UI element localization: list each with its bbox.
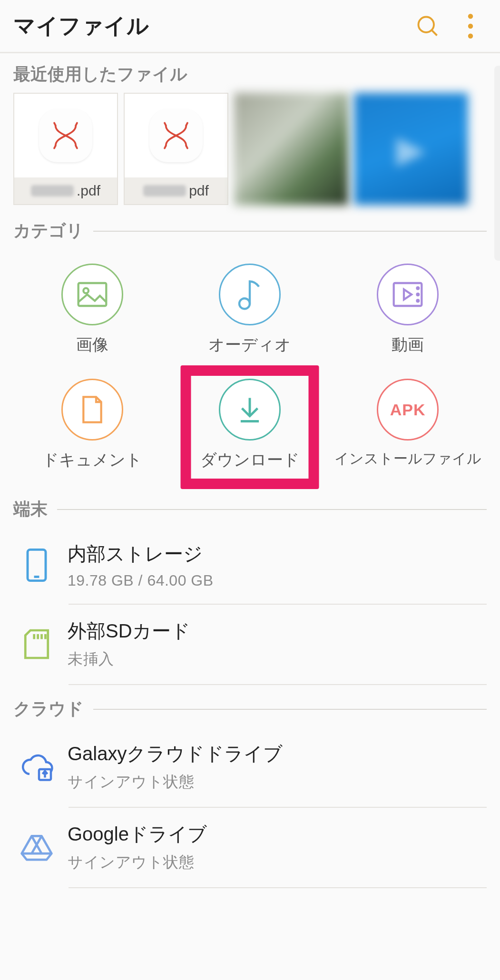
svg-point-7 [239, 298, 250, 309]
svg-line-1 [432, 30, 437, 35]
apk-icon: APK [377, 379, 439, 441]
category-label: インストールファイル [334, 449, 481, 469]
pdf-icon [14, 94, 117, 177]
section-header: 最近使用したファイル [13, 63, 487, 86]
cloud-subtitle: サインアウト状態 [68, 772, 487, 793]
svg-rect-5 [78, 283, 106, 306]
category-label: 動画 [392, 334, 424, 356]
sd-card-icon [15, 627, 58, 661]
section-header: 端末 [13, 498, 487, 521]
category-grid: 画像 オーディオ 動画 [13, 249, 487, 490]
cloud-subtitle: サインアウト状態 [68, 852, 487, 873]
cloud-google-drive[interactable]: Googleドライブ サインアウト状態 [13, 808, 487, 887]
divider-line [93, 709, 487, 710]
page-title: マイファイル [13, 11, 415, 41]
device-section: 端末 内部ストレージ 19.78 GB / 64.00 GB [0, 495, 500, 690]
cloud-text: Galaxyクラウドドライブ サインアウト状態 [58, 741, 487, 793]
recent-files-row: .pdf pdf ▶ [13, 93, 487, 205]
storage-title: 外部SDカード [68, 618, 487, 644]
cloud-galaxy[interactable]: Galaxyクラウドドライブ サインアウト状態 [13, 727, 487, 807]
svg-point-4 [468, 33, 473, 38]
svg-point-11 [417, 300, 419, 302]
recent-files-section: 最近使用したファイル .pdf [0, 53, 500, 210]
storage-title: 内部ストレージ [68, 541, 487, 567]
category-images[interactable]: 画像 [13, 264, 171, 356]
category-label: ダウンロード [200, 449, 300, 471]
apk-text-label: APK [390, 401, 426, 419]
recent-file-item[interactable]: .pdf [13, 93, 118, 205]
category-label: 画像 [76, 334, 108, 356]
storage-subtitle: 未挿入 [68, 649, 487, 670]
phone-icon [15, 547, 58, 583]
download-icon [219, 379, 281, 441]
cloud-list: Galaxyクラウドドライブ サインアウト状態 Googleドライブ サインアウ… [13, 727, 487, 888]
list-divider [69, 887, 487, 888]
pdf-icon [125, 94, 227, 177]
cloud-section: クラウド Galaxyクラウドドライブ サインアウト状態 [0, 690, 500, 893]
category-documents[interactable]: ドキュメント [13, 379, 171, 471]
google-drive-icon [15, 833, 58, 862]
section-title-device: 端末 [13, 498, 48, 521]
file-ext-label: pdf [189, 183, 209, 199]
cloud-title: Googleドライブ [68, 821, 487, 847]
category-video[interactable]: 動画 [329, 264, 487, 356]
recent-file-label: .pdf [14, 177, 117, 204]
galaxy-cloud-icon [15, 753, 58, 781]
video-icon [377, 264, 439, 325]
cloud-title: Galaxyクラウドドライブ [68, 741, 487, 767]
storage-subtitle: 19.78 GB / 64.00 GB [68, 572, 487, 589]
storage-text: 内部ストレージ 19.78 GB / 64.00 GB [58, 541, 487, 589]
cloud-text: Googleドライブ サインアウト状態 [58, 821, 487, 873]
header-actions [415, 14, 487, 39]
recent-file-item[interactable] [234, 93, 348, 205]
app-header: マイファイル [0, 0, 500, 53]
category-audio[interactable]: オーディオ [171, 264, 329, 356]
category-downloads[interactable]: ダウンロード [171, 379, 329, 471]
search-icon[interactable] [415, 14, 440, 39]
document-icon [61, 379, 123, 441]
storage-list: 内部ストレージ 19.78 GB / 64.00 GB 外部SDカード 未挿入 [13, 528, 487, 685]
recent-file-item[interactable]: ▶ [354, 93, 468, 205]
section-header: カテゴリ [13, 219, 487, 243]
category-label: ドキュメント [42, 449, 142, 471]
recent-file-item[interactable]: pdf [124, 93, 228, 205]
more-options-icon[interactable] [468, 14, 473, 39]
svg-point-6 [83, 288, 88, 294]
svg-point-0 [419, 17, 434, 32]
storage-internal[interactable]: 内部ストレージ 19.78 GB / 64.00 GB [13, 528, 487, 604]
audio-icon [219, 264, 281, 325]
list-divider [69, 684, 487, 685]
divider-line [57, 509, 487, 510]
divider-line [93, 231, 487, 232]
svg-point-10 [417, 294, 419, 295]
storage-text: 外部SDカード 未挿入 [58, 618, 487, 670]
scroll-handle[interactable] [494, 66, 500, 261]
svg-point-2 [468, 14, 473, 19]
svg-point-9 [417, 287, 419, 289]
file-ext-label: .pdf [77, 183, 100, 199]
section-title-categories: カテゴリ [13, 219, 84, 243]
category-install-files[interactable]: APK インストールファイル [329, 379, 487, 471]
section-title-cloud: クラウド [13, 697, 84, 721]
recent-file-label: pdf [125, 177, 227, 204]
category-label: オーディオ [208, 334, 291, 356]
storage-sdcard[interactable]: 外部SDカード 未挿入 [13, 605, 487, 684]
categories-section: カテゴリ 画像 オーディオ [0, 210, 500, 495]
section-header: クラウド [13, 697, 487, 721]
svg-point-3 [468, 23, 473, 28]
section-title-recent: 最近使用したファイル [13, 63, 187, 86]
image-icon [61, 264, 123, 325]
